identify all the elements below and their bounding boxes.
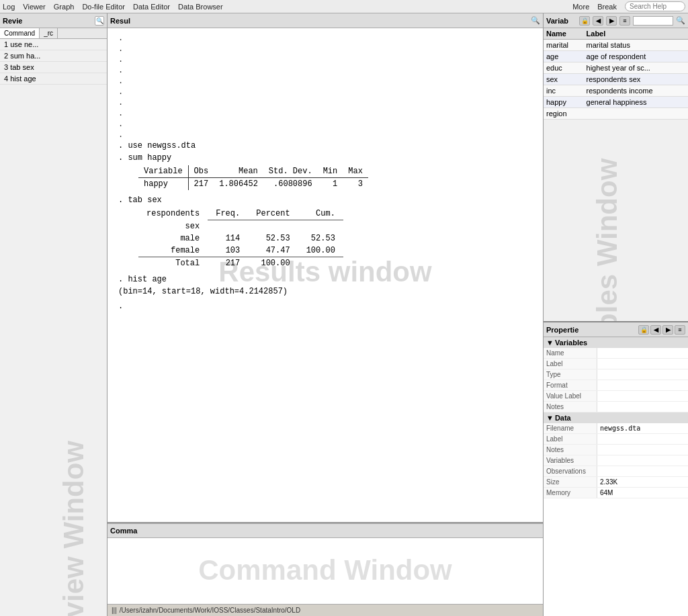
result-histage-cmd: . hist age	[118, 275, 532, 284]
prop-datalabel-value	[597, 434, 688, 444]
tab-sex-label-row: respondents Freq. Percent Cum.	[138, 208, 343, 220]
prop-name-value	[597, 348, 688, 358]
review-item-1[interactable]: 2 sum ha...	[0, 50, 107, 62]
properties-right-icon[interactable]: ▶	[662, 325, 673, 335]
menu-dofile[interactable]: Do-file Editor	[82, 3, 125, 11]
review-item-3[interactable]: 4 hist age	[0, 73, 107, 85]
var-row-4[interactable]: increspondents income	[544, 85, 688, 97]
cell-male-label: male	[138, 232, 208, 245]
variables-search-icon[interactable]: 🔍	[676, 16, 685, 25]
prop-section-data[interactable]: ▼ Data	[544, 412, 688, 423]
result-histage-params: (bin=14, start=18, width=4.2142857)	[118, 287, 532, 296]
var-table-body: maritalmarital statusageage of responden…	[544, 40, 688, 120]
result-dot-5: .	[118, 77, 532, 86]
menu-break[interactable]: Break	[597, 3, 617, 11]
sum-happy-table: Variable Obs Mean Std. Dev. Min Max happ…	[138, 165, 368, 190]
search-input[interactable]	[625, 1, 685, 11]
var-row-2[interactable]: educhighest year of sc...	[544, 62, 688, 74]
prop-valuelabel-label: Value Label	[544, 391, 597, 401]
results-title: Resul	[110, 17, 130, 25]
prop-datavariables-value	[597, 455, 688, 466]
prop-filename-label: Filename	[544, 423, 597, 433]
cell-happy-mean: 1.806452	[214, 178, 263, 191]
properties-lock-icon[interactable]: 🔒	[638, 325, 649, 335]
prop-varnotes-row: Notes	[544, 402, 688, 412]
center-panel: Resul 🔍 Results window . . . . . . . . .…	[108, 13, 544, 616]
results-content[interactable]: Results window . . . . . . . . . . . use…	[108, 28, 543, 522]
prop-datanotes-value	[597, 445, 688, 455]
prop-format-row: Format	[544, 380, 688, 391]
variables-header: Variab 🔒 ◀ ▶ ≡ 🔍	[544, 13, 688, 28]
review-tab-rc[interactable]: _rc	[40, 28, 58, 38]
var-row-5[interactable]: happygeneral happiness	[544, 97, 688, 108]
variables-left-icon[interactable]: ◀	[593, 16, 603, 26]
prop-valuelabel-value	[597, 391, 688, 401]
menu-bar: Log Viewer Graph Do-file Editor Data Edi…	[0, 0, 688, 13]
prop-name-label: Name	[544, 348, 597, 358]
col-stddev: Std. Dev.	[263, 165, 318, 178]
command-title: Comma	[110, 527, 137, 535]
result-dot-3: .	[118, 55, 532, 64]
results-header: Resul 🔍	[108, 13, 543, 28]
prop-observations-value	[597, 466, 688, 476]
col-max: Max	[343, 165, 368, 178]
prop-varnotes-value	[597, 402, 688, 412]
var-row-3[interactable]: sexrespondents sex	[544, 74, 688, 85]
result-dot-6: .	[118, 87, 532, 97]
menu-log[interactable]: Log	[3, 3, 15, 11]
review-items-list: 1 use ne...2 sum ha...3 tab sex4 hist ag…	[0, 39, 107, 616]
prop-section-data-label: Data	[555, 414, 571, 422]
var-cell-name-3: sex	[544, 74, 584, 85]
prop-triangle-variables: ▼	[546, 339, 554, 347]
prop-datalabel-row: Label	[544, 434, 688, 445]
menu-databrowser[interactable]: Data Browser	[178, 3, 223, 11]
prop-section-variables[interactable]: ▼ Variables	[544, 337, 688, 348]
tab-sex-total-row: Total 217 100.00	[138, 257, 343, 269]
properties-header: Propertie 🔒 ◀ ▶ ≡	[544, 322, 688, 337]
review-item-0[interactable]: 1 use ne...	[0, 39, 107, 50]
command-input[interactable]	[113, 544, 538, 554]
tab-sex-label2: sex	[138, 220, 208, 232]
prop-datavariables-label: Variables	[544, 455, 597, 466]
variables-right-icon[interactable]: ▶	[606, 16, 617, 26]
menu-viewer[interactable]: Viewer	[23, 3, 45, 11]
menu-more[interactable]: More	[572, 3, 589, 11]
variables-search-input[interactable]	[633, 16, 673, 26]
var-cell-label-5: general happiness	[584, 97, 688, 108]
command-content[interactable]	[108, 538, 543, 604]
prop-format-label: Format	[544, 380, 597, 390]
review-item-2[interactable]: 3 tab sex	[0, 62, 107, 73]
result-dot-8: .	[118, 109, 532, 118]
review-panel: Revie 🔍 Command _rc 1 use ne...2 sum ha.…	[0, 13, 108, 616]
var-row-1[interactable]: ageage of respondent	[544, 51, 688, 62]
review-tab-command[interactable]: Command	[0, 28, 40, 38]
menu-dataeditor[interactable]: Data Editor	[133, 3, 170, 11]
cell-female-freq: 103	[208, 245, 248, 257]
prop-datavariables-row: Variables	[544, 455, 688, 466]
review-search-icon[interactable]: 🔍	[95, 16, 104, 26]
var-cell-label-1: age of respondent	[584, 51, 688, 62]
results-search-icon[interactable]: 🔍	[531, 16, 540, 25]
properties-menu-icon[interactable]: ≡	[675, 325, 685, 335]
cell-total-pct: 100.00	[248, 257, 298, 269]
var-row-0[interactable]: maritalmarital status	[544, 40, 688, 51]
right-panel: Variab 🔒 ◀ ▶ ≡ 🔍 Name Label	[544, 13, 688, 616]
result-dot-9: .	[118, 120, 532, 129]
cell-total-label: Total	[138, 257, 208, 269]
cell-female-pct: 47.47	[248, 245, 298, 257]
menu-graph[interactable]: Graph	[54, 3, 75, 11]
variables-menu-icon[interactable]: ≡	[619, 16, 630, 26]
properties-left-icon[interactable]: ◀	[650, 325, 661, 335]
results-area: Resul 🔍 Results window . . . . . . . . .…	[108, 13, 543, 523]
tab-sex-label1: respondents	[138, 208, 208, 220]
cell-female-label: female	[138, 245, 208, 257]
var-row-6[interactable]: region	[544, 108, 688, 120]
tab-sex-male-row: male 114 52.53 52.53	[138, 232, 343, 245]
cell-male-freq: 114	[208, 232, 248, 245]
result-dot-1: .	[118, 34, 532, 43]
properties-header-controls: 🔒 ◀ ▶ ≡	[638, 325, 685, 335]
result-dot-10: .	[118, 130, 532, 140]
prop-size-row: Size 2.33K	[544, 477, 688, 488]
cell-happy-stddev: .6080896	[263, 178, 318, 191]
variables-lock-icon[interactable]: 🔒	[579, 16, 590, 26]
